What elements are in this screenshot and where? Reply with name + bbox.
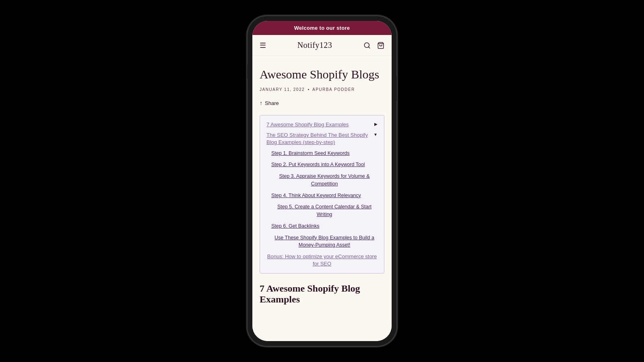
- svg-line-1: [368, 47, 369, 48]
- share-button[interactable]: ↑ Share: [260, 100, 384, 106]
- toc-item-1: 7 Awesome Shopify Blog Examples ▶: [266, 121, 378, 128]
- section-heading: 7 Awesome Shopify Blog Examples: [260, 283, 384, 305]
- search-icon[interactable]: [363, 42, 371, 49]
- blog-title: Awesome Shopify Blogs: [260, 67, 384, 82]
- announcement-text: Welcome to our store: [294, 25, 350, 31]
- content-area: Awesome Shopify Blogs JANUARY 11, 2022 A…: [252, 56, 392, 341]
- meta-dot: [308, 89, 309, 90]
- toc-step-3[interactable]: Step 3. Appraise Keywords for Volume & C…: [271, 173, 378, 188]
- toc-sub-items: Step 1. Brainstorm Seed Keywords Step 2.…: [266, 150, 378, 249]
- toc-item-2: The SEO Strategy Behind The Best Shopify…: [266, 132, 378, 146]
- nav-icons-right: [363, 42, 384, 49]
- toc-step-4[interactable]: Step 4. Think About Keyword Relevancy: [271, 192, 378, 200]
- toc-step-1[interactable]: Step 1. Brainstorm Seed Keywords: [271, 150, 378, 157]
- cart-icon[interactable]: [377, 42, 384, 49]
- blog-date: JANUARY 11, 2022: [260, 87, 305, 92]
- toc-arrow-1: ▶: [374, 122, 378, 126]
- toc-use-examples[interactable]: Use These Shopify Blog Examples to Build…: [271, 234, 378, 249]
- toc-step-5[interactable]: Step 5. Create a Content Calendar & Star…: [271, 203, 378, 218]
- phone-screen: Welcome to our store ☰ Notify123: [252, 21, 392, 341]
- toc-link-7-examples[interactable]: 7 Awesome Shopify Blog Examples: [266, 121, 371, 128]
- blog-meta: JANUARY 11, 2022 APURBA PODDER: [260, 87, 384, 92]
- toc-step-6[interactable]: Step 6. Get Backlinks: [271, 222, 378, 230]
- blog-author: APURBA PODDER: [312, 87, 355, 92]
- nav-bar: ☰ Notify123: [252, 35, 392, 56]
- phone-frame: Welcome to our store ☰ Notify123: [248, 16, 396, 346]
- share-label: Share: [265, 100, 279, 106]
- share-icon: ↑: [260, 100, 262, 106]
- site-logo: Notify123: [297, 41, 332, 50]
- toc-step-2[interactable]: Step 2. Put Keywords into A Keyword Tool: [271, 161, 378, 169]
- toc-arrow-2: ▼: [374, 132, 378, 137]
- announcement-bar: Welcome to our store: [252, 21, 392, 35]
- phone-wrapper: Welcome to our store ☰ Notify123: [248, 16, 396, 346]
- table-of-contents: 7 Awesome Shopify Blog Examples ▶ The SE…: [260, 115, 384, 274]
- toc-bonus-link[interactable]: Bonus: How to optimize your eCommerce st…: [266, 253, 378, 267]
- toc-link-seo-strategy[interactable]: The SEO Strategy Behind The Best Shopify…: [266, 132, 370, 146]
- menu-icon[interactable]: ☰: [260, 41, 266, 50]
